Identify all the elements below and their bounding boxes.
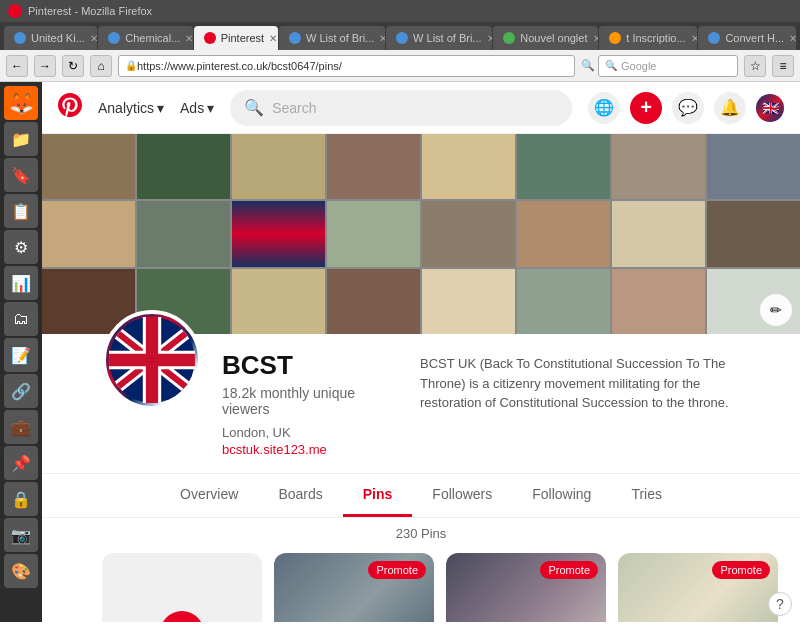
profile-tabs: OverviewBoardsPinsFollowersFollowingTrie… [42, 474, 800, 518]
profile-tab-tries[interactable]: Tries [611, 474, 682, 517]
cover-cell [137, 134, 230, 199]
cover-cell [232, 269, 325, 334]
profile-tab-pins[interactable]: Pins [343, 474, 413, 517]
browser-tab[interactable]: Convert H...✕ [698, 26, 796, 50]
cover-cell [422, 201, 515, 266]
sidebar-icon-4[interactable]: ⚙ [4, 230, 38, 264]
flag-icon[interactable]: 🇬🇧 [756, 94, 784, 122]
search-bar[interactable]: 🔍 Search [230, 90, 572, 126]
cover-cell [422, 134, 515, 199]
sidebar-icon-3[interactable]: 📋 [4, 194, 38, 228]
sidebar-icon-1[interactable]: 📁 [4, 122, 38, 156]
cover-cell [612, 134, 705, 199]
cover-cell [707, 134, 800, 199]
forward-button[interactable]: → [34, 55, 56, 77]
cover-cell [232, 201, 325, 266]
profile-tab-following[interactable]: Following [512, 474, 611, 517]
profile-viewers: 18.2k monthly unique viewers [222, 385, 400, 417]
cover-cell [707, 201, 800, 266]
sidebar-icon-5[interactable]: 📊 [4, 266, 38, 300]
messages-button[interactable]: 💬 [672, 92, 704, 124]
sidebar-icon-12[interactable]: 📷 [4, 518, 38, 552]
edit-cover-button[interactable]: ✏ [760, 294, 792, 326]
promote-button-3[interactable]: Promote [712, 561, 770, 579]
browser-tab[interactable]: Pinterest✕ [194, 26, 278, 50]
cover-cell [327, 269, 420, 334]
pin-card-3: Promote [618, 553, 778, 622]
back-button[interactable]: ← [6, 55, 28, 77]
browser-tab[interactable]: Chemical...✕ [98, 26, 192, 50]
search-icon: 🔍 [244, 98, 264, 117]
browser-sidebar: 🦊 📁 🔖 📋 ⚙ 📊 🗂 📝 🔗 💼 📌 [0, 82, 42, 622]
sidebar-icon-9[interactable]: 💼 [4, 410, 38, 444]
cover-cell [232, 134, 325, 199]
cover-cell [517, 201, 610, 266]
notifications-button[interactable]: 🔔 [714, 92, 746, 124]
title-bar: Pinterest - Mozilla Firefox [0, 0, 800, 22]
cover-section: ✏ [42, 134, 800, 334]
url-bar[interactable]: 🔒 https://www.pinterest.co.uk/bcst0647/p… [118, 55, 575, 77]
promote-button-2[interactable]: Promote [540, 561, 598, 579]
header-icons: 🌐 + 💬 🔔 🇬🇧 [588, 92, 784, 124]
add-pin-button[interactable]: + [160, 611, 204, 622]
pin-image-3: Promote [618, 553, 778, 622]
promote-button-1[interactable]: Promote [368, 561, 426, 579]
browser-search[interactable]: 🔍 Google [598, 55, 738, 77]
avatar-wrapper [102, 350, 202, 410]
sidebar-icon-7[interactable]: 📝 [4, 338, 38, 372]
cover-cell [42, 201, 135, 266]
profile-name: BCST [222, 350, 400, 381]
profile-info: BCST 18.2k monthly unique viewers London… [222, 350, 400, 457]
browser-tab[interactable]: Nouvel onglet✕ [493, 26, 598, 50]
browser-title: Pinterest - Mozilla Firefox [28, 5, 152, 17]
profile-tab-followers[interactable]: Followers [412, 474, 512, 517]
cover-cell [422, 269, 515, 334]
avatar [102, 310, 202, 410]
page-content: Analytics ▾ Ads ▾ 🔍 Search 🌐 + 💬 🔔 🇬🇧 [42, 82, 800, 622]
sidebar-icon-11[interactable]: 🔒 [4, 482, 38, 516]
pin-image-2: Promote [446, 553, 606, 622]
cover-cell [327, 134, 420, 199]
pin-card-1: Promote The Three Lions beats Panama 6:1… [274, 553, 434, 622]
pin-image-1: Promote [274, 553, 434, 622]
pins-grid: + Promote The Three Lions beats Panama 6… [42, 545, 800, 622]
globe-button[interactable]: 🌐 [588, 92, 620, 124]
profile-location: London, UK [222, 425, 400, 440]
firefox-favicon [8, 4, 22, 18]
pinterest-logo[interactable] [58, 93, 82, 123]
cover-cell [327, 201, 420, 266]
cover-cell [137, 201, 230, 266]
sidebar-icon-13[interactable]: 🎨 [4, 554, 38, 588]
profile-tab-overview[interactable]: Overview [160, 474, 258, 517]
firefox-icon[interactable]: 🦊 [4, 86, 38, 120]
tabs-bar: United Ki...✕Chemical...✕Pinterest✕W Lis… [0, 22, 800, 50]
cover-cell [517, 269, 610, 334]
ads-nav[interactable]: Ads ▾ [180, 100, 214, 116]
sidebar-icon-10[interactable]: 📌 [4, 446, 38, 480]
help-button[interactable]: ? [768, 592, 792, 616]
home-button[interactable]: ⌂ [90, 55, 112, 77]
add-pin-placeholder: + [102, 553, 262, 622]
cover-cell [612, 201, 705, 266]
profile-section: BCST 18.2k monthly unique viewers London… [42, 334, 800, 474]
browser-tab[interactable]: United Ki...✕ [4, 26, 97, 50]
browser-chrome: Pinterest - Mozilla Firefox United Ki...… [0, 0, 800, 82]
bookmark-button[interactable]: ☆ [744, 55, 766, 77]
sidebar-icon-2[interactable]: 🔖 [4, 158, 38, 192]
cover-cell [42, 134, 135, 199]
profile-website[interactable]: bcstuk.site123.me [222, 442, 400, 457]
add-pin-button[interactable]: + [630, 92, 662, 124]
browser-tab[interactable]: t Inscriptio...✕ [599, 26, 697, 50]
pins-count: 230 Pins [42, 518, 800, 545]
pinterest-header: Analytics ▾ Ads ▾ 🔍 Search 🌐 + 💬 🔔 🇬🇧 [42, 82, 800, 134]
browser-tab[interactable]: W List of Bri...✕ [279, 26, 385, 50]
browser-tab[interactable]: W List of Bri...✕ [386, 26, 492, 50]
profile-description: BCST UK (Back To Constitutional Successi… [420, 350, 740, 413]
analytics-nav[interactable]: Analytics ▾ [98, 100, 164, 116]
sidebar-icon-8[interactable]: 🔗 [4, 374, 38, 408]
sidebar-icon-6[interactable]: 🗂 [4, 302, 38, 336]
cover-cell [612, 269, 705, 334]
reload-button[interactable]: ↻ [62, 55, 84, 77]
profile-tab-boards[interactable]: Boards [258, 474, 342, 517]
menu-button[interactable]: ≡ [772, 55, 794, 77]
